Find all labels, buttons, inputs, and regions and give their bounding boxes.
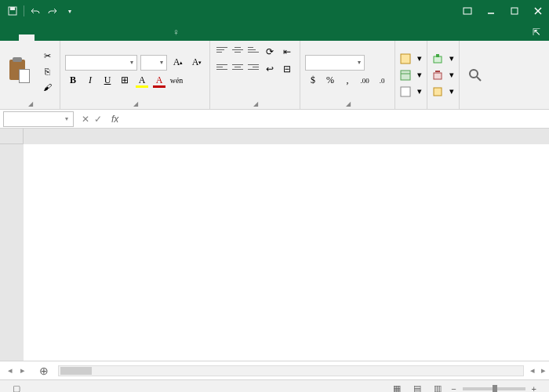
svg-rect-2 bbox=[464, 8, 471, 14]
cell-styles-button[interactable]: ▾ bbox=[400, 85, 422, 99]
share-icon: ⇱ bbox=[533, 27, 540, 38]
format-as-table-button[interactable]: ▾ bbox=[400, 68, 422, 82]
fx-icon[interactable]: fx bbox=[107, 114, 123, 125]
share-button[interactable]: ⇱ bbox=[526, 24, 549, 41]
tab-developer[interactable] bbox=[129, 34, 144, 41]
decrease-decimal-button[interactable]: .0 bbox=[374, 73, 390, 89]
align-middle-button[interactable] bbox=[231, 44, 245, 55]
phonetic-button[interactable]: wén bbox=[169, 73, 184, 89]
tab-page-layout[interactable] bbox=[50, 34, 66, 41]
alignment-dialog-launcher[interactable]: ◢ bbox=[253, 100, 258, 107]
close-icon[interactable] bbox=[527, 3, 549, 19]
decrease-font-button[interactable]: A▾ bbox=[189, 55, 205, 71]
font-name-combo[interactable]: ▾ bbox=[65, 55, 137, 71]
italic-button[interactable]: I bbox=[82, 73, 98, 89]
hscroll-right[interactable]: ▸ bbox=[538, 365, 549, 376]
orientation-button[interactable]: ⟳ bbox=[262, 44, 278, 60]
add-sheet-button[interactable]: ⊕ bbox=[33, 365, 55, 377]
zoom-in-button[interactable]: + bbox=[532, 384, 536, 393]
wrap-text-button[interactable]: ↩ bbox=[262, 61, 278, 77]
tab-formulas[interactable] bbox=[66, 34, 82, 41]
cut-button[interactable]: ✂ bbox=[39, 49, 55, 63]
accounting-format-button[interactable]: $ bbox=[305, 73, 321, 89]
cancel-formula-icon[interactable]: ✕ bbox=[82, 114, 89, 125]
hscroll-left[interactable]: ◂ bbox=[527, 365, 538, 376]
sheet-nav-prev[interactable]: ◂ bbox=[5, 365, 16, 376]
table-format-icon bbox=[400, 70, 411, 81]
qat-customize-icon[interactable]: ▾ bbox=[64, 5, 76, 17]
format-painter-button[interactable]: 🖌 bbox=[39, 80, 55, 94]
title-bar: ▾ bbox=[0, 0, 549, 22]
align-bottom-button[interactable] bbox=[246, 44, 260, 55]
normal-view-button[interactable]: ▦ bbox=[390, 383, 404, 393]
number-format-combo[interactable]: ▾ bbox=[305, 55, 365, 71]
undo-icon[interactable] bbox=[29, 5, 42, 17]
svg-rect-12 bbox=[436, 54, 439, 57]
increase-decimal-button[interactable]: .00 bbox=[357, 73, 373, 89]
group-font: ▾ ▾ A▴ A▾ B I U ⊞ A A wén ◢ bbox=[60, 41, 210, 109]
align-top-button[interactable] bbox=[215, 44, 229, 55]
tab-insert[interactable] bbox=[35, 34, 50, 41]
zoom-slider[interactable] bbox=[463, 387, 525, 390]
formula-input[interactable] bbox=[123, 111, 549, 127]
save-icon[interactable] bbox=[6, 5, 19, 17]
merge-center-button[interactable]: ⊟ bbox=[279, 61, 295, 77]
comma-format-button[interactable]: , bbox=[340, 73, 355, 89]
maximize-icon[interactable] bbox=[504, 3, 525, 19]
number-dialog-launcher[interactable]: ◢ bbox=[346, 100, 351, 107]
clipboard-icon bbox=[8, 58, 30, 83]
tab-view[interactable] bbox=[113, 34, 129, 41]
find-select-button[interactable] bbox=[464, 64, 486, 86]
tell-me-search[interactable]: ♀ bbox=[165, 24, 187, 41]
enter-formula-icon[interactable]: ✓ bbox=[94, 114, 102, 125]
macro-record-icon[interactable]: ▢ bbox=[13, 383, 20, 392]
status-bar: ▢ ▦ ▤ ▥ − + bbox=[0, 379, 549, 392]
name-box[interactable]: ▾ bbox=[3, 111, 74, 127]
zoom-slider-thumb[interactable] bbox=[493, 385, 497, 393]
scrollbar-thumb[interactable] bbox=[60, 367, 92, 375]
tab-abbyy[interactable] bbox=[144, 34, 160, 41]
align-right-button[interactable] bbox=[246, 61, 260, 72]
ribbon-options-icon[interactable] bbox=[456, 3, 478, 19]
row-headers bbox=[0, 144, 24, 361]
tab-home[interactable] bbox=[19, 34, 35, 41]
login-button[interactable] bbox=[187, 34, 200, 41]
insert-icon bbox=[432, 53, 443, 64]
percent-format-button[interactable]: % bbox=[322, 73, 338, 89]
horizontal-scrollbar[interactable] bbox=[58, 365, 524, 376]
font-size-combo[interactable]: ▾ bbox=[140, 55, 167, 71]
quick-access-toolbar: ▾ bbox=[0, 5, 82, 17]
cells-container[interactable] bbox=[24, 144, 549, 361]
page-layout-view-button[interactable]: ▤ bbox=[410, 383, 424, 393]
spreadsheet-grid bbox=[0, 129, 549, 361]
format-cells-button[interactable]: ▾ bbox=[432, 85, 454, 99]
page-break-view-button[interactable]: ▥ bbox=[431, 383, 445, 393]
paste-button[interactable] bbox=[5, 56, 33, 86]
minimize-icon[interactable] bbox=[480, 3, 502, 19]
clipboard-dialog-launcher[interactable]: ◢ bbox=[28, 100, 33, 107]
copy-button[interactable]: ⎘ bbox=[39, 64, 55, 78]
conditional-format-button[interactable]: ▾ bbox=[400, 52, 422, 66]
tab-file[interactable] bbox=[3, 34, 19, 41]
font-dialog-launcher[interactable]: ◢ bbox=[133, 100, 138, 107]
zoom-out-button[interactable]: − bbox=[451, 384, 456, 393]
redo-icon[interactable] bbox=[46, 5, 59, 17]
select-all-button[interactable] bbox=[0, 129, 24, 144]
bold-button[interactable]: B bbox=[65, 73, 81, 89]
align-left-button[interactable] bbox=[215, 61, 229, 72]
insert-cells-button[interactable]: ▾ bbox=[432, 52, 454, 66]
sheet-nav-next[interactable]: ▸ bbox=[17, 365, 28, 376]
fill-color-button[interactable]: A bbox=[134, 73, 150, 89]
underline-button[interactable]: U bbox=[100, 73, 115, 89]
border-button[interactable]: ⊞ bbox=[117, 73, 133, 89]
increase-font-button[interactable]: A▴ bbox=[170, 55, 186, 71]
svg-line-17 bbox=[477, 77, 481, 81]
align-center-button[interactable] bbox=[231, 61, 245, 72]
font-color-button[interactable]: A bbox=[151, 73, 167, 89]
tab-review[interactable] bbox=[97, 34, 113, 41]
formula-bar: ▾ ✕ ✓ fx bbox=[0, 110, 549, 129]
decrease-indent-button[interactable]: ⇤ bbox=[279, 44, 295, 60]
tab-data[interactable] bbox=[82, 34, 97, 41]
delete-cells-button[interactable]: ▾ bbox=[432, 68, 454, 82]
group-number: ▾ $ % , .00 .0 ◢ bbox=[300, 41, 395, 109]
